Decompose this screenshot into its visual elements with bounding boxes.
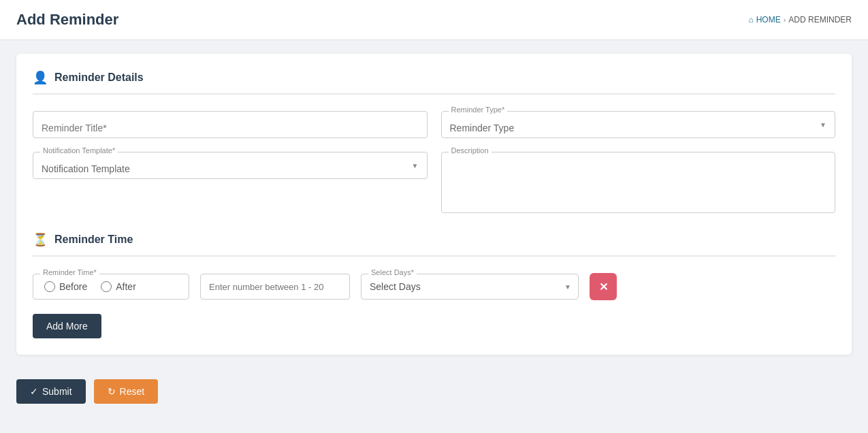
reset-button[interactable]: ↻ Reset — [94, 379, 159, 404]
add-more-button[interactable]: Add More — [33, 314, 101, 338]
reminder-time-row: Reminder Time* Before After — [33, 273, 835, 300]
breadcrumb-separator: › — [784, 16, 786, 24]
number-input[interactable] — [209, 282, 341, 292]
select-days-box: Select Days* Select Days Day(s) Week(s) … — [361, 274, 579, 300]
before-radio[interactable] — [44, 281, 55, 292]
submit-label: Submit — [42, 386, 72, 397]
home-icon: ⌂ — [748, 15, 753, 25]
description-wrapper: Description — [441, 152, 836, 213]
after-radio[interactable] — [101, 281, 112, 292]
description-group: Description — [441, 152, 836, 213]
submit-check-icon: ✓ — [30, 386, 38, 397]
form-row-1: Reminder Type* Reminder Type — [33, 111, 835, 138]
reminder-title-group — [33, 111, 428, 138]
reminder-title-wrapper — [33, 111, 428, 138]
breadcrumb: ⌂ HOME › ADD REMINDER — [748, 15, 852, 25]
form-row-2: Notification Template* Notification Temp… — [33, 152, 835, 213]
breadcrumb-current: ADD REMINDER — [788, 15, 852, 25]
notification-template-select[interactable]: Notification Template — [42, 163, 419, 174]
reset-icon: ↻ — [108, 386, 116, 397]
main-content: 👤 Reminder Details Reminder Type* Remind… — [0, 40, 868, 368]
clock-icon: ⏳ — [33, 232, 48, 247]
add-more-container: Add More — [33, 314, 835, 338]
reminder-details-header: 👤 Reminder Details — [33, 70, 835, 95]
breadcrumb-home-link[interactable]: HOME — [756, 15, 781, 25]
reminder-details-title: Reminder Details — [54, 71, 144, 84]
reminder-title-input[interactable] — [42, 123, 419, 133]
description-input[interactable] — [442, 153, 835, 212]
reset-label: Reset — [120, 386, 145, 397]
before-label: Before — [59, 281, 87, 292]
reminder-type-label: Reminder Type* — [449, 106, 508, 114]
notification-template-group: Notification Template* Notification Temp… — [33, 152, 428, 213]
reminder-time-title: Reminder Time — [54, 234, 133, 246]
reminder-time-section: ⏳ Reminder Time Reminder Time* Before Af… — [33, 232, 835, 338]
select-days-group: Select Days* Select Days Day(s) Week(s) … — [361, 274, 579, 300]
reminder-time-radio-group: Reminder Time* Before After — [33, 274, 189, 300]
delete-row-button[interactable]: ✕ — [590, 273, 617, 300]
select-days-select[interactable]: Select Days Day(s) Week(s) Month(s) Year… — [361, 274, 578, 299]
submit-button[interactable]: ✓ Submit — [16, 379, 86, 404]
notification-template-label: Notification Template* — [40, 146, 118, 155]
reminder-type-group: Reminder Type* Reminder Type — [441, 111, 836, 138]
form-card: 👤 Reminder Details Reminder Type* Remind… — [16, 54, 852, 355]
description-label: Description — [449, 146, 492, 155]
reminder-time-header: ⏳ Reminder Time — [33, 232, 835, 257]
before-radio-option[interactable]: Before — [44, 281, 87, 292]
number-input-box — [200, 274, 350, 300]
after-label: After — [116, 281, 136, 292]
reminder-time-field-label: Reminder Time* — [40, 268, 99, 276]
page-title: Add Reminder — [16, 11, 118, 29]
reminder-type-wrapper: Reminder Type* Reminder Type — [441, 111, 836, 138]
select-days-label: Select Days* — [368, 268, 417, 276]
after-radio-option[interactable]: After — [101, 281, 136, 292]
form-actions: ✓ Submit ↻ Reset — [0, 368, 868, 415]
notification-template-wrapper: Notification Template* Notification Temp… — [33, 152, 428, 179]
top-header: Add Reminder ⌂ HOME › ADD REMINDER — [0, 0, 868, 40]
reminder-type-select[interactable]: Reminder Type — [450, 123, 827, 133]
person-icon: 👤 — [33, 70, 48, 85]
